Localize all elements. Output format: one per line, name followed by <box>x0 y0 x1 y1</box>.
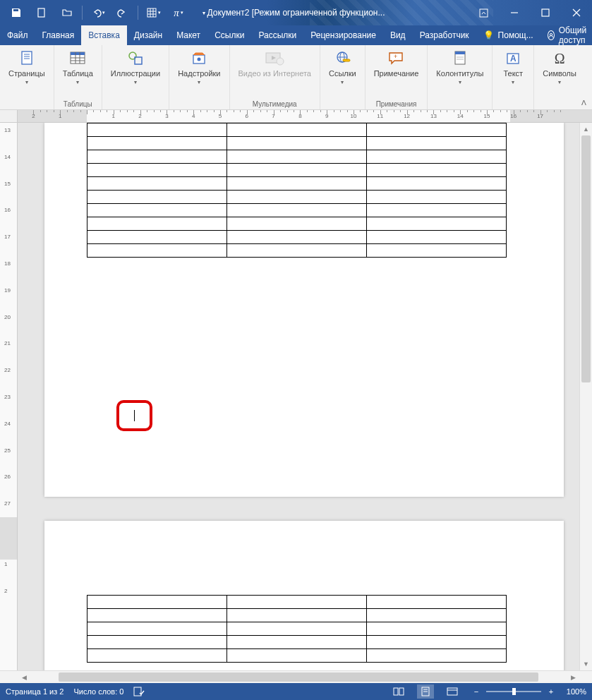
ribbon-group-text: A Текст ▾ <box>493 45 534 109</box>
scroll-track-h[interactable] <box>30 671 567 683</box>
undo-button[interactable]: ▾ <box>85 1 109 24</box>
table-qat-icon[interactable]: ▾ <box>141 1 165 24</box>
comment-icon: + <box>387 49 406 68</box>
comment-button[interactable]: + Примечание <box>370 47 423 78</box>
illustrations-button[interactable]: Иллюстрации ▾ <box>107 47 164 85</box>
tell-me-search[interactable]: 💡 Помощ... <box>476 25 540 45</box>
text-button[interactable]: A Текст ▾ <box>497 47 529 85</box>
svg-rect-0 <box>38 8 44 17</box>
ruler-corner <box>0 110 18 123</box>
svg-text:+: + <box>394 53 397 60</box>
symbols-button[interactable]: Ω Символы ▾ <box>538 47 581 85</box>
scroll-thumb-h[interactable] <box>59 672 538 682</box>
svg-rect-12 <box>22 52 32 64</box>
new-doc-icon[interactable] <box>30 1 54 24</box>
svg-rect-6 <box>480 9 488 17</box>
dropdown-icon: ▾ <box>512 79 514 85</box>
table-button[interactable]: Таблица ▾ <box>59 47 97 85</box>
print-layout-button[interactable] <box>417 684 434 699</box>
dropdown-icon: ▾ <box>25 79 28 85</box>
svg-rect-1 <box>147 8 156 17</box>
scroll-thumb[interactable] <box>581 135 591 382</box>
ribbon: Страницы ▾ Таблица ▾ Таблицы Иллюстрац <box>0 45 592 110</box>
page-icon <box>19 49 35 68</box>
scroll-right-button[interactable]: ▶ <box>567 671 579 683</box>
page-1[interactable] <box>44 123 564 497</box>
horizontal-scrollbar-row: ◀ ▶ <box>0 670 592 683</box>
collapse-ribbon-button[interactable]: ᐱ <box>579 97 589 108</box>
link-icon <box>333 49 351 68</box>
text-cursor <box>134 410 135 421</box>
ribbon-display-options-icon[interactable] <box>468 0 499 25</box>
dropdown-icon: ▾ <box>341 79 344 85</box>
addins-button[interactable]: Надстройки ▾ <box>174 47 224 85</box>
table-icon <box>69 49 86 68</box>
dropdown-icon: ▾ <box>198 79 200 85</box>
document-table-2[interactable] <box>87 595 507 663</box>
dropdown-icon: ▾ <box>76 79 79 85</box>
horizontal-scrollbar[interactable]: ◀ ▶ <box>18 671 579 683</box>
ribbon-group-symbols: Ω Символы ▾ <box>534 45 585 109</box>
omega-icon: Ω <box>555 49 565 68</box>
scroll-down-button[interactable]: ▼ <box>580 658 592 670</box>
shapes-icon <box>126 49 145 68</box>
svg-rect-8 <box>542 9 549 16</box>
cursor-highlight-annotation <box>116 400 152 431</box>
lightbulb-icon: 💡 <box>483 30 494 40</box>
minimize-button[interactable] <box>499 0 530 25</box>
tab-mailings[interactable]: Рассылки <box>251 25 303 45</box>
zoom-slider[interactable]: − + <box>471 687 557 696</box>
ribbon-group-tables: Таблица ▾ Таблицы <box>54 45 102 109</box>
pages-button[interactable]: Страницы ▾ <box>4 47 49 85</box>
open-icon[interactable] <box>55 1 79 24</box>
video-icon <box>265 49 284 68</box>
zoom-level[interactable]: 100% <box>567 687 586 696</box>
share-button[interactable]: Общий доступ <box>540 25 592 45</box>
tab-references[interactable]: Ссылки <box>207 25 251 45</box>
vertical-scrollbar[interactable]: ▲ ▼ <box>579 123 592 670</box>
svg-rect-46 <box>447 688 457 695</box>
web-layout-button[interactable] <box>444 684 461 699</box>
ribbon-group-pages: Страницы ▾ <box>0 45 54 109</box>
read-mode-button[interactable] <box>390 684 407 699</box>
svg-rect-40 <box>134 687 141 696</box>
ruler-horizontal[interactable]: 211234567891011121314151617 <box>18 110 592 123</box>
spellcheck-icon[interactable] <box>133 687 145 696</box>
quick-access-toolbar: ▾ ▾ π▾ ▾ <box>0 0 220 25</box>
close-button[interactable] <box>561 0 592 25</box>
scroll-left-button[interactable]: ◀ <box>18 671 30 683</box>
tab-insert[interactable]: Вставка <box>81 25 127 45</box>
tab-review[interactable]: Рецензирование <box>303 25 383 45</box>
tab-design[interactable]: Дизайн <box>127 25 169 45</box>
svg-point-25 <box>198 58 201 61</box>
share-label: Общий доступ <box>559 25 590 45</box>
page-status[interactable]: Страница 1 из 2 <box>6 687 64 696</box>
online-video-button: Видео из Интернета <box>234 47 315 78</box>
equation-qat-icon[interactable]: π▾ <box>167 1 191 24</box>
zoom-thumb[interactable] <box>512 688 516 695</box>
redo-button[interactable] <box>111 1 135 24</box>
svg-rect-32 <box>343 59 350 61</box>
page-2[interactable] <box>44 521 564 670</box>
scroll-up-button[interactable]: ▲ <box>580 123 592 135</box>
links-button[interactable]: Ссылки ▾ <box>325 47 361 85</box>
header-footer-button[interactable]: Колонтитулы ▾ <box>432 47 488 85</box>
tab-developer[interactable]: Разработчик <box>413 25 476 45</box>
tab-view[interactable]: Вид <box>383 25 413 45</box>
zoom-out-button[interactable]: − <box>471 687 482 696</box>
zoom-track[interactable] <box>486 691 541 692</box>
dropdown-icon: ▾ <box>134 79 137 85</box>
tab-file[interactable]: Файл <box>0 25 35 45</box>
document-table-1[interactable] <box>87 123 507 258</box>
tab-layout[interactable]: Макет <box>169 25 207 45</box>
ruler-vertical[interactable]: 13141516171819202122232425262712 <box>0 123 18 670</box>
scroll-track[interactable] <box>580 135 592 658</box>
ribbon-group-comments: + Примечание Примечания <box>366 45 428 109</box>
word-count[interactable]: Число слов: 0 <box>73 687 123 696</box>
document-area[interactable] <box>18 123 579 670</box>
maximize-button[interactable] <box>530 0 561 25</box>
tab-home[interactable]: Главная <box>35 25 82 45</box>
svg-rect-42 <box>399 688 404 695</box>
save-button[interactable] <box>4 1 28 24</box>
zoom-in-button[interactable]: + <box>545 687 557 696</box>
